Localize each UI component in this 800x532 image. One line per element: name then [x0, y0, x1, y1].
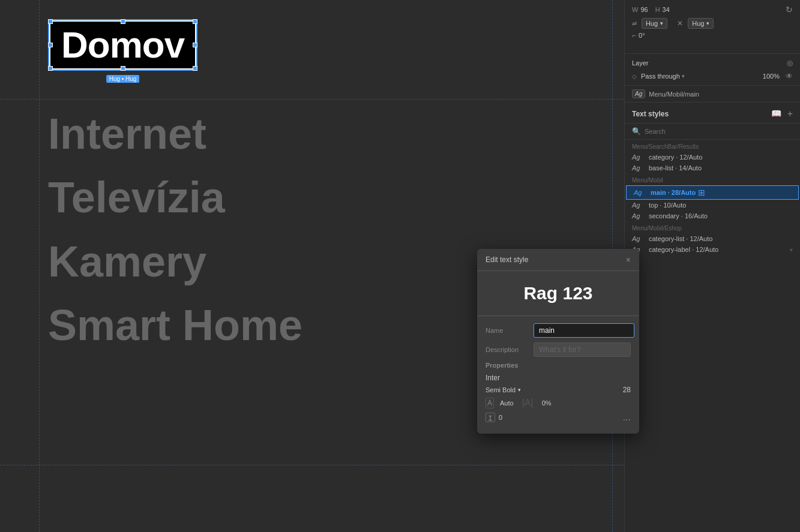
letter-spacing-value: 0% [542, 399, 552, 407]
font-weight-dropdown[interactable]: Semi Bold ▾ [486, 386, 521, 393]
modal-header: Edit text style × [477, 249, 639, 271]
font-weight-row: Semi Bold ▾ 28 [486, 386, 631, 394]
description-placeholder-text: What's it for? [539, 345, 581, 354]
name-field-row: Name [486, 323, 631, 338]
line-height-row: A Auto |A| 0% [486, 398, 631, 408]
description-field-row: Description What's it for? [486, 342, 631, 357]
name-label: Name [486, 327, 534, 334]
font-weight-label: Semi Bold [486, 386, 516, 393]
modal-close-button[interactable]: × [626, 255, 631, 265]
font-name: Inter [486, 374, 500, 382]
properties-label: Properties [486, 362, 631, 369]
line-height-value: Auto [500, 399, 514, 407]
description-placeholder[interactable]: What's it for? [534, 342, 631, 357]
edit-text-style-modal: Edit text style × Rag 123 Name Descripti… [477, 249, 639, 434]
bottom-prop-row: T 0 ... [486, 412, 631, 423]
line-height-icon: A [486, 398, 494, 408]
underline-icon: T [486, 413, 495, 422]
separator: |A| [522, 398, 534, 408]
modal-preview: Rag 123 [477, 271, 639, 316]
description-label: Description [486, 346, 534, 353]
chevron-weight-icon: ▾ [518, 387, 521, 393]
modal-body: Name Description What's it for? Properti… [477, 316, 639, 434]
font-size: 28 [623, 386, 631, 394]
modal-overlay: Edit text style × Rag 123 Name Descripti… [0, 0, 800, 532]
tracking-value: 0 [499, 414, 502, 421]
modal-title: Edit text style [486, 256, 528, 264]
font-name-row: Inter [486, 374, 631, 382]
more-options-button[interactable]: ... [623, 412, 631, 423]
name-input[interactable] [534, 323, 634, 338]
preview-text: Rag 123 [523, 283, 592, 303]
